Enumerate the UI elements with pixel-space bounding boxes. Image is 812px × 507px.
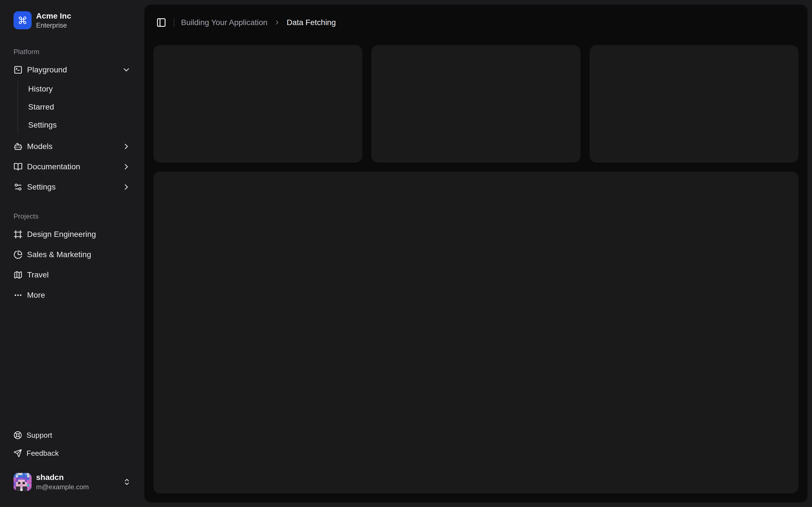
- chevron-right-icon: [122, 162, 131, 171]
- playground-submenu: History Starred Settings: [17, 81, 135, 133]
- sidebar-item-settings: Settings: [9, 178, 135, 196]
- sidebar-item-playground-button[interactable]: Playground: [9, 61, 135, 79]
- sidebar-subitem-history[interactable]: History: [24, 81, 135, 97]
- sidebar-item-support-button[interactable]: Support: [9, 427, 135, 443]
- team-plan: Enterprise: [36, 21, 71, 30]
- breadcrumb-parent-link[interactable]: Building Your Application: [181, 18, 267, 27]
- user-name: shadcn: [36, 472, 89, 482]
- sidebar-item-design-engineering-button[interactable]: Design Engineering: [9, 225, 135, 243]
- breadcrumb-current-page: Data Fetching: [287, 18, 336, 27]
- sidebar-group-secondary: Support Feedback: [0, 427, 144, 463]
- chevron-right-icon: [122, 182, 131, 191]
- chevrons-up-down-icon: [123, 478, 131, 486]
- bot-icon: [13, 142, 22, 151]
- placeholder-card-1: [153, 45, 362, 163]
- sidebar-group-projects: Projects Design Engineering Sales & Mark…: [0, 198, 144, 306]
- sidebar-item-more-button[interactable]: More: [9, 286, 135, 304]
- chevron-right-icon: [274, 19, 281, 26]
- settings-sliders-icon: [13, 182, 22, 191]
- sidebar-item-design-engineering: Design Engineering: [9, 225, 135, 243]
- avatar-image: [13, 473, 32, 491]
- sidebar-item-models: Models: [9, 137, 135, 156]
- map-icon: [13, 270, 22, 279]
- sidebar-subitem-settings[interactable]: Settings: [24, 117, 135, 133]
- sidebar-item-playground: Playground History Starred Settings: [9, 61, 135, 135]
- main-header: Building Your Application Data Fetching: [144, 4, 808, 41]
- chevron-down-icon: [122, 65, 131, 74]
- sidebar-item-documentation: Documentation: [9, 158, 135, 176]
- command-icon: [13, 11, 32, 29]
- avatar: [13, 473, 32, 491]
- sidebar-item-sales-marketing: Sales & Marketing: [9, 245, 135, 264]
- main-panel: Building Your Application Data Fetching: [144, 4, 808, 503]
- user-email: m@example.com: [36, 483, 89, 491]
- sidebar-footer: shadcn m@example.com: [0, 463, 144, 498]
- sidebar-item-travel: Travel: [9, 266, 135, 284]
- sidebar-item-documentation-button[interactable]: Documentation: [9, 158, 135, 176]
- send-icon: [13, 449, 22, 457]
- user-menu-button[interactable]: shadcn m@example.com: [9, 468, 135, 496]
- chevron-right-icon: [122, 142, 131, 151]
- pie-chart-icon: [13, 250, 22, 259]
- main-content: [144, 41, 808, 503]
- sidebar-group-platform: Platform Playground History Starred Sett…: [0, 34, 144, 198]
- team-switcher-button[interactable]: Acme Inc Enterprise: [9, 9, 135, 32]
- header-separator: [174, 18, 174, 27]
- card-grid: [153, 45, 799, 163]
- sidebar: Acme Inc Enterprise Platform Playground: [0, 0, 144, 507]
- group-label-projects: Projects: [9, 207, 135, 225]
- panel-left-icon: [156, 17, 166, 27]
- sidebar-item-settings-button[interactable]: Settings: [9, 178, 135, 196]
- book-open-icon: [13, 162, 22, 171]
- placeholder-content-panel: [153, 172, 799, 494]
- sidebar-item-support: Support: [9, 427, 135, 443]
- breadcrumb: Building Your Application Data Fetching: [181, 18, 336, 27]
- sidebar-item-feedback-button[interactable]: Feedback: [9, 445, 135, 461]
- frame-icon: [13, 230, 22, 239]
- team-name: Acme Inc: [36, 11, 71, 21]
- placeholder-card-3: [590, 45, 799, 163]
- group-label-platform: Platform: [9, 43, 135, 61]
- sidebar-item-models-button[interactable]: Models: [9, 137, 135, 156]
- sidebar-item-sales-marketing-button[interactable]: Sales & Marketing: [9, 245, 135, 264]
- placeholder-card-2: [371, 45, 580, 163]
- sidebar-toggle-button[interactable]: [153, 15, 169, 31]
- sidebar-item-feedback: Feedback: [9, 445, 135, 461]
- sidebar-header: Acme Inc Enterprise: [0, 7, 144, 34]
- sidebar-subitem-starred[interactable]: Starred: [24, 99, 135, 115]
- sidebar-item-more: More: [9, 286, 135, 304]
- square-terminal-icon: [13, 65, 22, 74]
- ellipsis-icon: [13, 291, 22, 300]
- life-buoy-icon: [13, 431, 22, 439]
- sidebar-item-travel-button[interactable]: Travel: [9, 266, 135, 284]
